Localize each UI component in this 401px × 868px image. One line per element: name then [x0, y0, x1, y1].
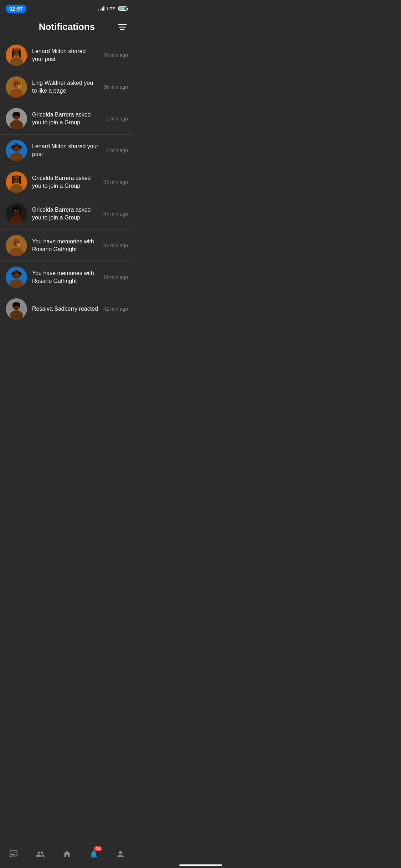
notification-content: Lenard Milton shared your post [32, 47, 98, 63]
svg-point-46 [14, 179, 16, 180]
svg-rect-65 [19, 244, 20, 246]
avatar [6, 45, 27, 66]
notification-text: Gricelda Barrera asked you to join a Gro… [32, 207, 91, 221]
notification-content: Gricelda Barrera asked you to join a Gro… [32, 111, 101, 127]
notification-item[interactable]: Ling Waldner asked you to like a page 36… [0, 71, 134, 103]
status-time: 02:57 [6, 5, 26, 13]
svg-point-75 [20, 273, 22, 275]
notification-content: Gricelda Barrera asked you to join a Gro… [32, 206, 98, 222]
svg-point-10 [17, 52, 19, 53]
status-bar: 02:57 LTE [0, 0, 134, 16]
avatar [6, 171, 27, 193]
svg-marker-0 [121, 7, 123, 10]
svg-point-57 [17, 210, 19, 212]
avatar [6, 108, 27, 129]
notification-time: 2 min ago [106, 116, 128, 122]
svg-point-56 [14, 210, 16, 212]
notification-item[interactable]: Gricelda Barrera asked you to join a Gro… [0, 166, 134, 198]
status-right: LTE [98, 6, 128, 11]
notification-text: Rosalva Sadberry reacted [32, 306, 98, 312]
svg-rect-25 [21, 86, 22, 88]
svg-rect-24 [19, 85, 20, 88]
notification-text: Gricelda Barrera asked you to join a Gro… [32, 175, 91, 189]
svg-point-76 [15, 270, 18, 273]
signal-icon [98, 6, 104, 11]
svg-point-19 [14, 83, 16, 84]
notification-text: You have memories with Rosario Gathright [32, 238, 94, 252]
notification-time: 7 min ago [106, 148, 128, 153]
avatar [6, 203, 27, 224]
svg-point-41 [20, 146, 22, 149]
lte-label: LTE [107, 6, 115, 11]
svg-rect-23 [18, 85, 19, 88]
notification-time: 28 min ago [103, 52, 128, 58]
svg-rect-49 [12, 176, 14, 184]
notification-time: 36 min ago [103, 84, 128, 90]
battery-icon [118, 6, 128, 11]
notification-item[interactable]: Gricelda Barrera asked you to join a Gro… [0, 103, 134, 135]
notification-content: Rosalva Sadberry reacted [32, 305, 98, 313]
notification-item[interactable]: Lenard Milton shared your post 7 min ago [0, 135, 134, 166]
svg-point-45 [13, 176, 20, 183]
notifications-list: Lenard Milton shared your post 28 min ag… [0, 40, 134, 353]
notification-time: 42 min ago [103, 306, 128, 312]
notification-item[interactable]: You have memories with Rosario Gathright… [0, 262, 134, 293]
avatar [6, 298, 27, 320]
svg-point-73 [11, 273, 13, 275]
svg-rect-15 [12, 50, 14, 58]
svg-rect-64 [18, 243, 19, 246]
avatar [6, 76, 27, 98]
notification-time: 43 min ago [103, 179, 128, 185]
filter-icon[interactable] [118, 24, 127, 32]
notification-item[interactable]: Gricelda Barrera asked you to join a Gro… [0, 198, 134, 230]
notification-text: Ling Waldner asked you to like a page [32, 80, 93, 94]
notification-time: 37 min ago [103, 243, 128, 248]
svg-point-42 [15, 143, 18, 146]
notification-content: Gricelda Barrera asked you to join a Gro… [32, 174, 98, 190]
notification-content: Ling Waldner asked you to like a page [32, 79, 98, 95]
svg-rect-50 [19, 176, 21, 184]
avatar [6, 235, 27, 256]
svg-point-9 [14, 52, 16, 53]
svg-point-60 [14, 242, 16, 243]
svg-point-39 [11, 146, 13, 149]
page-title: Notifications [39, 21, 95, 32]
notification-content: Lenard Milton shared your post [32, 143, 101, 159]
svg-point-47 [17, 179, 19, 180]
svg-point-61 [17, 242, 19, 243]
notification-item[interactable]: You have memories with Rosario Gathright… [0, 230, 134, 262]
notification-item[interactable]: Rosalva Sadberry reacted 42 min ago [0, 293, 134, 325]
avatar [6, 267, 27, 288]
notification-text: You have memories with Rosario Gathright [32, 270, 94, 284]
notification-text: Gricelda Barrera asked you to join a Gro… [32, 112, 91, 125]
svg-rect-16 [19, 50, 21, 58]
notification-content: You have memories with Rosario Gathright [32, 238, 98, 254]
notification-content: You have memories with Rosario Gathright [32, 269, 98, 285]
notification-text: Lenard Milton shared your post [32, 143, 98, 157]
notification-time: 47 min ago [103, 211, 128, 217]
notification-time: 19 min ago [103, 274, 128, 280]
notification-text: Lenard Milton shared your post [32, 48, 86, 62]
avatar [6, 140, 27, 161]
page-header: Notifications [0, 16, 134, 40]
svg-point-20 [17, 83, 19, 84]
notification-item[interactable]: Lenard Milton shared your post 28 min ag… [0, 40, 134, 71]
